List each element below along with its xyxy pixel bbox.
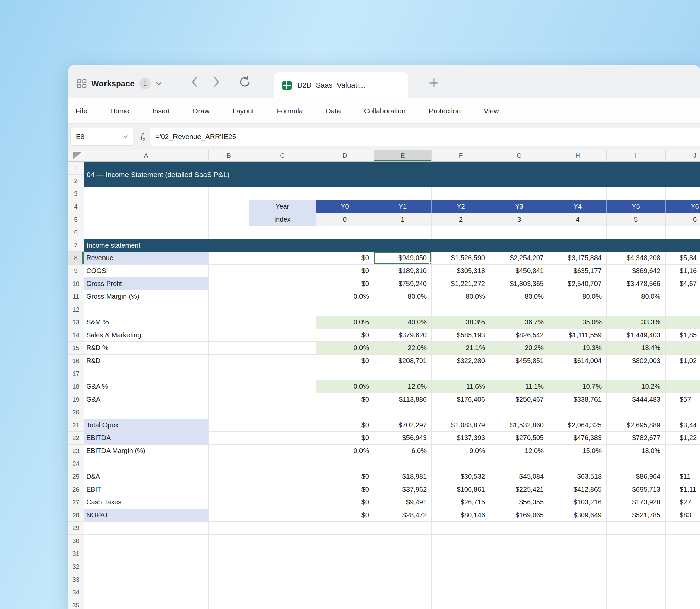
cell-H29[interactable] [549,522,607,535]
cell-D11[interactable]: 0.0% [316,290,374,303]
cell-I26[interactable]: $695,713 [607,483,665,496]
cell-G19[interactable]: $250,467 [490,393,549,406]
cell-C24[interactable] [249,457,316,470]
cell-J10[interactable]: $4,67 [665,277,700,290]
document-tab[interactable]: B2B_Saas_Valuati... [274,72,408,98]
cell-G14[interactable]: $826,542 [490,329,549,342]
cell-C32[interactable] [249,560,316,573]
row-header-16[interactable]: 16 [68,354,84,367]
cell-D10[interactable]: $0 [316,277,374,290]
cell-H3[interactable] [549,188,607,200]
row-header-11[interactable]: 11 [68,290,84,303]
cell-D32[interactable] [316,560,374,573]
cell-G3[interactable] [490,188,549,200]
cell-D28[interactable]: $0 [316,509,374,522]
row-header-7[interactable]: 7 [68,239,84,252]
cell-G21[interactable]: $1,532,860 [490,419,549,432]
column-header-F[interactable]: F [432,150,490,162]
cell-I32[interactable] [607,560,665,573]
cell-C19[interactable] [249,393,316,406]
cell-B34[interactable] [209,586,249,599]
refresh-button[interactable] [239,76,251,88]
cell-B13[interactable] [209,316,249,329]
cell-B31[interactable] [209,547,249,560]
cell-B16[interactable] [209,354,249,367]
cell-G31[interactable] [490,547,549,560]
cell-I13[interactable]: 33.3% [607,316,665,329]
row-header-20[interactable]: 20 [68,406,84,419]
cell-J17[interactable] [665,367,700,380]
cell-F33[interactable] [432,573,490,586]
cell-D18[interactable]: 0.0% [316,380,374,393]
cell-H16[interactable]: $614,004 [549,354,607,367]
cell-J11[interactable] [665,290,700,303]
cell-G9[interactable]: $450,841 [490,265,549,277]
cell-I30[interactable] [607,535,665,547]
cell-D24[interactable] [316,457,374,470]
cell-D9[interactable]: $0 [316,265,374,277]
cell-E10[interactable]: $759,240 [374,277,432,290]
row-header-32[interactable]: 32 [68,560,84,573]
menu-file[interactable]: File [76,107,87,115]
cell-I28[interactable]: $521,785 [607,509,665,522]
cell-G16[interactable]: $455,851 [490,354,549,367]
cell-J32[interactable] [665,560,700,573]
cell-D29[interactable] [316,522,374,535]
cell-D22[interactable]: $0 [316,432,374,445]
menu-view[interactable]: View [484,107,499,115]
cell-B21[interactable] [209,419,249,432]
cell-C21[interactable] [249,419,316,432]
column-header-B[interactable]: B [209,150,249,162]
cell-C31[interactable] [249,547,316,560]
cell-D4[interactable]: Y0 [316,200,374,213]
cell-F23[interactable]: 9.0% [432,445,490,457]
cell-B24[interactable] [209,457,249,470]
row-header-31[interactable]: 31 [68,547,84,560]
cell-C22[interactable] [249,432,316,445]
cell-C27[interactable] [249,496,316,509]
cell-J18[interactable] [665,380,700,393]
cell-A32[interactable] [84,560,209,573]
cell-C20[interactable] [249,406,316,419]
cell-G4[interactable]: Y3 [490,200,549,213]
cell-J12[interactable] [665,303,700,316]
cell-D20[interactable] [316,406,374,419]
row-header-30[interactable]: 30 [68,535,84,547]
cell-B29[interactable] [209,522,249,535]
cell-G30[interactable] [490,535,549,547]
menu-layout[interactable]: Layout [232,107,254,115]
row-header-13[interactable]: 13 [68,316,84,329]
cell-A34[interactable] [84,586,209,599]
forward-button[interactable] [213,76,220,87]
menu-data[interactable]: Data [326,107,341,115]
cell-I15[interactable]: 18.4% [607,342,665,354]
cell-H22[interactable]: $476,383 [549,432,607,445]
cell-A31[interactable] [84,547,209,560]
row-header-10[interactable]: 10 [68,277,84,290]
cell-G11[interactable]: 80.0% [490,290,549,303]
new-tab-button[interactable] [429,78,439,88]
row-header-23[interactable]: 23 [68,445,84,457]
cell-B11[interactable] [209,290,249,303]
cell-B23[interactable] [209,445,249,457]
cell-I27[interactable]: $173,928 [607,496,665,509]
cell-B18[interactable] [209,380,249,393]
cell-A16[interactable]: R&D [84,354,209,367]
cell-E3[interactable] [374,188,432,200]
cell-F25[interactable]: $30,532 [432,470,490,483]
cell-F24[interactable] [432,457,490,470]
cell-G35[interactable] [490,599,549,609]
cell-F34[interactable] [432,586,490,599]
cell-H25[interactable]: $63,518 [549,470,607,483]
cell-C11[interactable] [249,290,316,303]
row-header-8[interactable]: 8 [68,252,84,265]
cell-C35[interactable] [249,599,316,609]
cell-E19[interactable]: $113,886 [374,393,432,406]
cell-E15[interactable]: 22.0% [374,342,432,354]
column-header-E[interactable]: E [374,150,432,162]
cell-F28[interactable]: $80,146 [432,509,490,522]
cell-D3[interactable] [316,188,374,200]
cell-F5[interactable]: 2 [432,213,490,226]
cell-A10[interactable]: Gross Profit [84,277,209,290]
cell-C28[interactable] [249,509,316,522]
